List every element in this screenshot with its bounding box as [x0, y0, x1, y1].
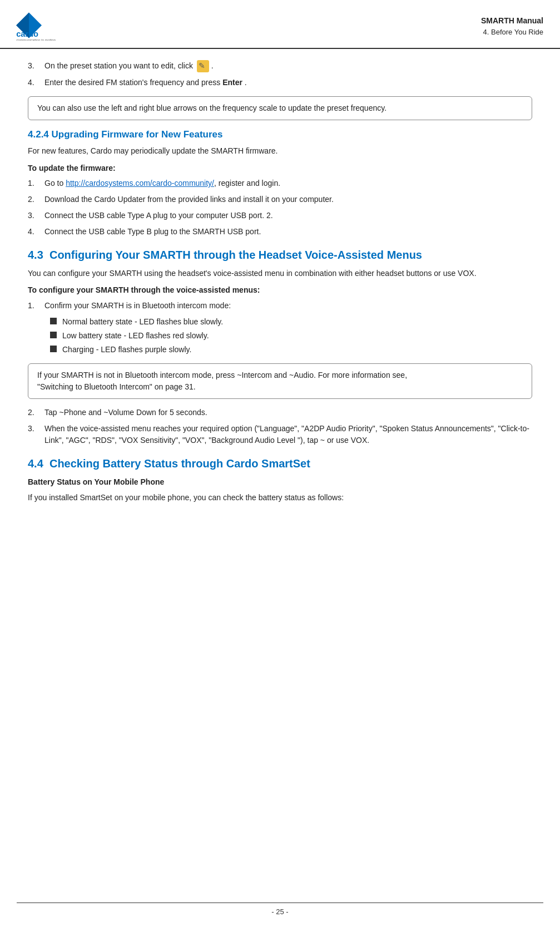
bullet-square-1 [50, 318, 57, 324]
bullet-square-3 [50, 346, 57, 352]
firmware-step-2: 2. Download the Cardo Updater from the p… [28, 194, 532, 205]
header-title-line1: SMARTH Manual [78, 15, 543, 27]
config-label: To configure your SMARTH through the voi… [28, 284, 532, 296]
svg-text:communication in motion: communication in motion [16, 38, 56, 41]
logo: cardo communication in motion [11, 10, 78, 42]
header-title-area: SMARTH Manual 4. Before You Ride [78, 15, 543, 38]
section-44-heading: 4.4 Checking Battery Status through Card… [28, 457, 532, 470]
config-intro-text: You can configure your SMARTH using the … [28, 267, 532, 279]
page-number: - 25 - [271, 908, 288, 916]
firmware-step-1-text: Go to http://cardosystems.com/cardo-comm… [44, 177, 280, 189]
svg-text:cardo: cardo [16, 29, 38, 38]
step-3-preset: 3. On the preset station you want to edi… [28, 60, 532, 72]
config-step-2-text: Tap ~Phone and ~Volume Down for 5 second… [44, 407, 207, 418]
config-step-3: 3. When the voice-assisted menu reaches … [28, 423, 532, 446]
page-header: cardo communication in motion SMARTH Man… [0, 0, 560, 49]
info-box-bluetooth: If your SMARTH is not in Bluetooth inter… [28, 363, 532, 399]
step-4-text: Enter the desired FM station's frequency… [44, 77, 247, 88]
firmware-step-4: 4. Connect the USB cable Type B plug to … [28, 226, 532, 238]
info-box-preset: You can also use the left and right blue… [28, 96, 532, 120]
firmware-step-3-text: Connect the USB cable Type A plug to you… [44, 210, 273, 221]
firmware-step-number-3: 3. [28, 210, 44, 221]
config-step-2: 2. Tap ~Phone and ~Volume Down for 5 sec… [28, 407, 532, 418]
bullet-text-3: Charging - LED flashes purple slowly. [62, 344, 191, 356]
config-step-1-text: Confirm your SMARTH is in Bluetooth inte… [44, 300, 231, 312]
enter-bold: Enter [222, 78, 242, 87]
firmware-link[interactable]: http://cardosystems.com/cardo-community/ [66, 179, 214, 188]
config-step-number-1: 1. [28, 300, 44, 312]
bullet-item-2: Low battery state - LED flashes red slow… [50, 330, 532, 342]
firmware-step-1: 1. Go to http://cardosystems.com/cardo-c… [28, 177, 532, 189]
step-3-text: On the preset station you want to edit, … [44, 60, 214, 72]
edit-icon [197, 60, 209, 72]
config-step-number-3: 3. [28, 423, 44, 435]
cardo-logo-svg: cardo communication in motion [11, 10, 72, 41]
section-43-heading: 4.3 Configuring Your SMARTH through the … [28, 249, 532, 262]
header-title-line2: 4. Before You Ride [78, 27, 543, 38]
firmware-step-4-text: Connect the USB cable Type B plug to the… [44, 226, 261, 238]
firmware-step-2-text: Download the Cardo Updater from the prov… [44, 194, 334, 205]
config-step-1: 1. Confirm your SMARTH is in Bluetooth i… [28, 300, 532, 312]
page-footer: - 25 - [17, 903, 543, 916]
bullet-text-2: Low battery state - LED flashes red slow… [62, 330, 209, 342]
bullet-text-1: Normal battery state - LED flashes blue … [62, 316, 223, 328]
bullet-item-1: Normal battery state - LED flashes blue … [50, 316, 532, 328]
step-number-3: 3. [28, 60, 44, 72]
bullet-item-3: Charging - LED flashes purple slowly. [50, 344, 532, 356]
firmware-step-number-2: 2. [28, 194, 44, 205]
firmware-update-label: To update the firmware: [28, 162, 532, 174]
main-content: 3. On the preset station you want to edi… [0, 55, 560, 525]
config-step-number-2: 2. [28, 407, 44, 418]
battery-label: Battery Status on Your Mobile Phone [28, 476, 532, 488]
config-step-3-text: When the voice-assisted menu reaches you… [44, 423, 532, 446]
firmware-step-number-1: 1. [28, 177, 44, 189]
config-bullet-list: Normal battery state - LED flashes blue … [50, 316, 532, 356]
battery-intro-text: If you installed SmartSet on your mobile… [28, 491, 532, 504]
bullet-square-2 [50, 332, 57, 338]
firmware-intro-text: For new features, Cardo may periodically… [28, 145, 532, 157]
section-422-heading: 4.2.4 Upgrading Firmware for New Feature… [28, 129, 532, 140]
firmware-step-3: 3. Connect the USB cable Type A plug to … [28, 210, 532, 221]
firmware-step-number-4: 4. [28, 226, 44, 238]
step-number-4: 4. [28, 77, 44, 88]
step-4-preset: 4. Enter the desired FM station's freque… [28, 77, 532, 88]
